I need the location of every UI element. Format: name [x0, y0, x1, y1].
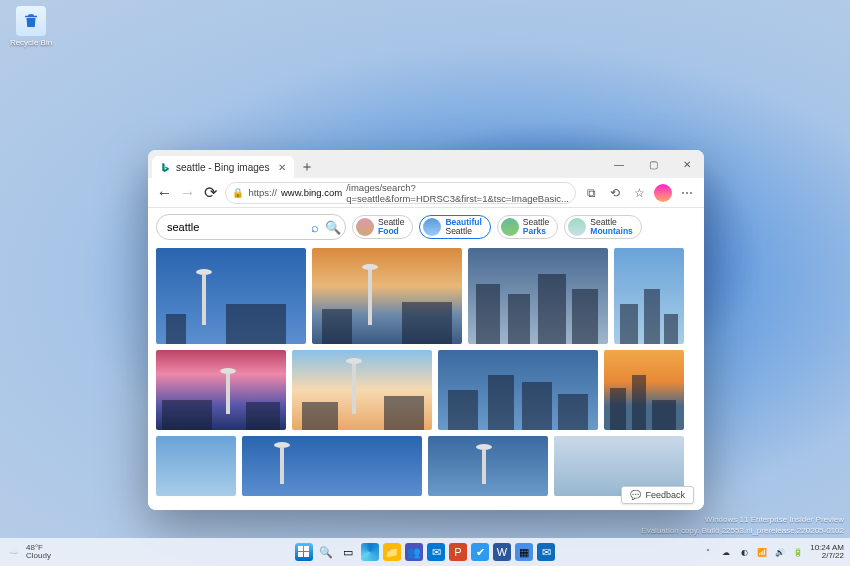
image-result[interactable] [156, 248, 306, 344]
suggestion-chip-food[interactable]: SeattleFood [352, 215, 413, 239]
desktop-icon-label: Recycle Bin [6, 38, 56, 47]
chip-thumb-icon [356, 218, 374, 236]
window-close-button[interactable]: ✕ [670, 150, 704, 178]
browser-window: seattle - Bing images ✕ ＋ ― ▢ ✕ ← → ⟳ 🔒 … [148, 150, 704, 510]
weather-icon: ☁️ [6, 544, 22, 560]
back-button[interactable]: ← [156, 183, 173, 203]
todo-icon[interactable]: ✔ [471, 543, 489, 561]
image-result[interactable] [428, 436, 548, 496]
outlook-icon[interactable]: ✉ [427, 543, 445, 561]
task-view-button[interactable]: ▭ [339, 543, 357, 561]
window-maximize-button[interactable]: ▢ [636, 150, 670, 178]
forward-button[interactable]: → [179, 183, 196, 203]
page-content: ⌕ 🔍 SeattleFood BeautifulSeattle Seattle… [148, 208, 704, 510]
wifi-icon[interactable]: 📶 [756, 546, 768, 558]
suggestion-chip-parks[interactable]: SeattleParks [497, 215, 558, 239]
image-result[interactable] [604, 350, 684, 430]
desktop-icon-recycle-bin[interactable]: Recycle Bin [6, 6, 56, 47]
browser-tab[interactable]: seattle - Bing images ✕ [152, 156, 294, 178]
visual-search-icon[interactable]: ⌕ [311, 220, 319, 235]
svg-rect-1 [304, 546, 309, 551]
image-search-box[interactable]: ⌕ 🔍 [156, 214, 346, 240]
edge-icon[interactable] [361, 543, 379, 561]
windows-watermark: Windows 11 Enterprise Insider Preview Ev… [641, 515, 844, 536]
image-result[interactable] [242, 436, 422, 496]
window-minimize-button[interactable]: ― [602, 150, 636, 178]
new-tab-button[interactable]: ＋ [296, 156, 318, 178]
feedback-button[interactable]: 💬 Feedback [621, 486, 694, 504]
taskbar[interactable]: ☁️ 48°F Cloudy 🔍 ▭ 📁 👥 ✉ P ✔ W ▦ ✉ ˄ ☁ ◐… [0, 538, 850, 566]
tray-icon[interactable]: ◐ [738, 546, 750, 558]
refresh-button[interactable]: ⟳ [202, 183, 219, 203]
system-tray[interactable]: ˄ ☁ ◐ 📶 🔊 🔋 10:24 AM 2/7/22 [702, 544, 844, 561]
menu-icon[interactable]: ⋯ [678, 184, 696, 202]
start-button[interactable] [295, 543, 313, 561]
search-icon[interactable]: 🔍 [325, 220, 341, 235]
extensions-icon[interactable]: ⟲ [606, 184, 624, 202]
suggestion-chip-mountains[interactable]: SeattleMountains [564, 215, 642, 239]
chat-icon: 💬 [630, 490, 641, 500]
app-icon[interactable]: ▦ [515, 543, 533, 561]
weather-desc: Cloudy [26, 552, 51, 560]
image-result[interactable] [468, 248, 608, 344]
titlebar[interactable]: seattle - Bing images ✕ ＋ ― ▢ ✕ [148, 150, 704, 178]
suggestion-chip-beautiful[interactable]: BeautifulSeattle [419, 215, 490, 239]
image-result[interactable] [614, 248, 684, 344]
image-result[interactable] [312, 248, 462, 344]
tab-close-icon[interactable]: ✕ [278, 162, 286, 173]
lock-icon: 🔒 [232, 187, 244, 198]
favorites-icon[interactable]: ☆ [630, 184, 648, 202]
clock-date: 2/7/22 [810, 552, 844, 560]
taskbar-clock[interactable]: 10:24 AM 2/7/22 [810, 544, 844, 561]
image-result[interactable] [156, 436, 236, 496]
related-searches: SeattleFood BeautifulSeattle SeattlePark… [352, 215, 642, 239]
volume-icon[interactable]: 🔊 [774, 546, 786, 558]
image-results-grid [148, 244, 704, 500]
image-result[interactable] [292, 350, 432, 430]
feedback-label: Feedback [645, 490, 685, 500]
search-button[interactable]: 🔍 [317, 543, 335, 561]
teams-icon[interactable]: 👥 [405, 543, 423, 561]
read-aloud-icon[interactable]: ⧉ [582, 184, 600, 202]
address-bar[interactable]: 🔒 https://www.bing.com/images/search?q=s… [225, 182, 576, 204]
chip-thumb-icon [423, 218, 441, 236]
svg-rect-0 [298, 546, 303, 551]
taskbar-apps: 🔍 ▭ 📁 👥 ✉ P ✔ W ▦ ✉ [295, 543, 555, 561]
tab-title: seattle - Bing images [176, 162, 269, 173]
chip-thumb-icon [501, 218, 519, 236]
powerpoint-icon[interactable]: P [449, 543, 467, 561]
battery-icon[interactable]: 🔋 [792, 546, 804, 558]
image-result[interactable] [438, 350, 598, 430]
search-input[interactable] [167, 221, 305, 233]
profile-avatar[interactable] [654, 184, 672, 202]
url-path: /images/search?q=seattle&form=HDRSC3&fir… [346, 182, 569, 204]
mail-icon[interactable]: ✉ [537, 543, 555, 561]
svg-rect-3 [304, 552, 309, 557]
browser-toolbar: ← → ⟳ 🔒 https://www.bing.com/images/sear… [148, 178, 704, 208]
word-icon[interactable]: W [493, 543, 511, 561]
url-scheme: https:// [248, 187, 277, 198]
svg-rect-2 [298, 552, 303, 557]
chip-thumb-icon [568, 218, 586, 236]
chevron-up-icon[interactable]: ˄ [702, 546, 714, 558]
bing-favicon-icon [160, 162, 171, 173]
url-host: www.bing.com [281, 187, 342, 198]
recycle-bin-icon [16, 6, 46, 36]
file-explorer-icon[interactable]: 📁 [383, 543, 401, 561]
taskbar-weather-widget[interactable]: ☁️ 48°F Cloudy [6, 544, 51, 560]
onedrive-icon[interactable]: ☁ [720, 546, 732, 558]
image-result[interactable] [156, 350, 286, 430]
